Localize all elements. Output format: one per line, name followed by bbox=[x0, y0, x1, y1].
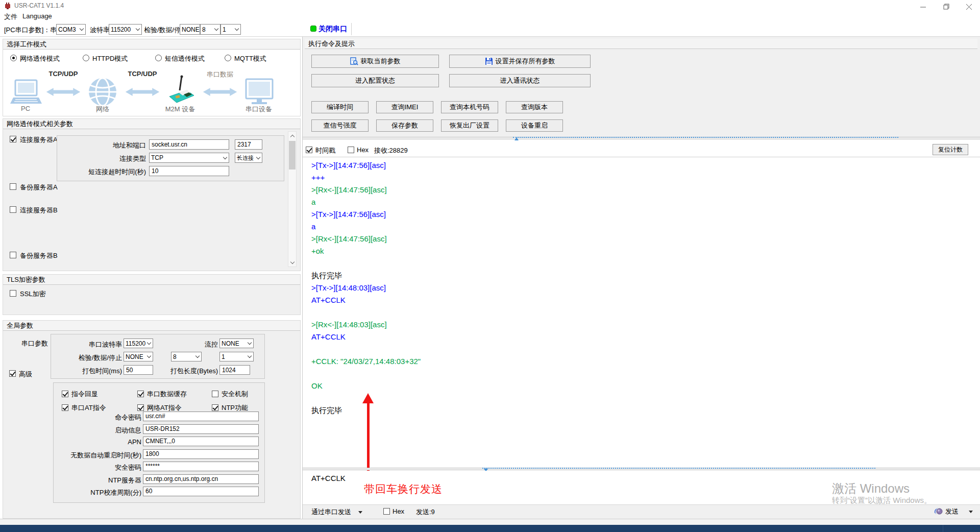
quick-command-button[interactable]: 编译时间 bbox=[311, 101, 369, 113]
send-annotation: 带回车换行发送 bbox=[364, 482, 443, 496]
checkbox-icon bbox=[137, 391, 144, 397]
search-doc-icon bbox=[350, 57, 358, 65]
close-serial-button[interactable]: 关闭串口 bbox=[309, 23, 349, 35]
send-button[interactable]: 发送 bbox=[934, 506, 975, 517]
com-port-select[interactable]: COM3 bbox=[56, 24, 86, 35]
commands-group-title: 执行命令及提示 bbox=[305, 39, 977, 49]
checkbox-icon bbox=[62, 391, 68, 397]
via-serial-button[interactable]: 通过串口发送 bbox=[311, 507, 365, 516]
stopbits-select[interactable]: 1 bbox=[220, 24, 241, 35]
conn-type-select[interactable]: TCP bbox=[149, 153, 229, 163]
server-a-label: 连接服务器A bbox=[20, 135, 58, 144]
splitter-top-handle[interactable] bbox=[513, 137, 898, 141]
field-input[interactable]: 1800 bbox=[143, 449, 259, 459]
server-port-input[interactable]: 2317 bbox=[235, 139, 262, 150]
server-a-checkbox[interactable] bbox=[10, 136, 16, 142]
get-params-button[interactable]: 获取当前参数 bbox=[311, 55, 439, 68]
quick-command-button[interactable]: 恢复出厂设置 bbox=[441, 119, 498, 132]
send-hex-checkbox[interactable] bbox=[383, 508, 390, 515]
quick-command-button[interactable]: 保存参数 bbox=[376, 119, 433, 132]
chevron-down-icon bbox=[145, 352, 153, 361]
timestamp-label: 时间戳 bbox=[315, 146, 335, 155]
packlen-input[interactable]: 1024 bbox=[219, 365, 250, 375]
serial-params-panel: 串口波特率 115200 流控 NONE 检验/数据/停止 NONE 8 1 打… bbox=[51, 334, 265, 379]
log-line bbox=[311, 343, 421, 355]
global-params-group: 全局参数 串口参数 串口波特率 115200 流控 NONE 检验/数据/停止 … bbox=[3, 320, 301, 519]
ssl-checkbox[interactable] bbox=[10, 290, 16, 297]
chevron-down-icon bbox=[78, 25, 85, 34]
timestamp-checkbox[interactable] bbox=[306, 147, 312, 153]
network-globe-icon bbox=[88, 77, 117, 107]
work-mode-group: 选择工作模式 网络透传模式 HTTPD模式 短信透传模式 MQTT模式 bbox=[3, 39, 301, 116]
server-address-input[interactable]: socket.usr.cn bbox=[149, 139, 229, 150]
baud-select[interactable]: 115200 bbox=[109, 24, 142, 35]
log-line: 执行完毕 bbox=[311, 404, 421, 417]
recv-hex-checkbox[interactable] bbox=[348, 147, 354, 153]
packtime-input[interactable]: 50 bbox=[124, 365, 153, 375]
menu-language[interactable]: Language bbox=[22, 12, 52, 20]
quick-command-button[interactable]: 查询IMEI bbox=[376, 101, 433, 113]
option-checkbox-item[interactable]: 安全机制 bbox=[212, 387, 248, 401]
radio-icon bbox=[155, 55, 162, 61]
backup-a-checkbox[interactable] bbox=[10, 183, 16, 190]
log-line: 执行完毕 bbox=[311, 270, 421, 282]
field-input[interactable]: ****** bbox=[143, 462, 259, 471]
flow-select[interactable]: NONE bbox=[219, 338, 254, 348]
field-label: NTP校准周期(分) bbox=[54, 488, 141, 497]
net-params-scrollbar[interactable] bbox=[288, 131, 297, 267]
packtime-label: 打包时间(ms) bbox=[66, 367, 122, 376]
short-timeout-input[interactable]: 10 bbox=[149, 166, 229, 176]
tls-group-title: TLS加密参数 bbox=[3, 275, 300, 285]
g-databits-select[interactable]: 8 bbox=[171, 352, 202, 361]
option-checkbox-item[interactable]: 串口数据缓存 bbox=[137, 387, 212, 401]
backup-b-checkbox[interactable] bbox=[10, 252, 16, 258]
conn-mode-select[interactable]: 长连接 bbox=[235, 153, 262, 163]
menu-file[interactable]: 文件 bbox=[4, 12, 17, 21]
log-line bbox=[311, 368, 421, 380]
set-save-params-button[interactable]: 设置并保存所有参数 bbox=[449, 55, 591, 68]
checkbox-icon bbox=[212, 404, 218, 411]
field-input[interactable]: USR-DR152 bbox=[143, 424, 259, 434]
quick-command-button[interactable]: 查询本机号码 bbox=[441, 101, 498, 113]
option-label: 安全机制 bbox=[222, 390, 248, 399]
radio-label: MQTT模式 bbox=[234, 54, 266, 63]
checkbox-icon bbox=[62, 404, 68, 411]
packlen-label: 打包长度(Bytes) bbox=[159, 367, 218, 376]
enter-config-button[interactable]: 进入配置状态 bbox=[311, 74, 439, 87]
checkbox-icon bbox=[212, 391, 218, 397]
chevron-down-icon bbox=[233, 25, 240, 34]
databits-select[interactable]: 8 bbox=[200, 24, 220, 35]
ssl-label: SSL加密 bbox=[20, 289, 46, 299]
g-baud-select[interactable]: 115200 bbox=[124, 338, 153, 348]
option-label: NTP功能 bbox=[222, 403, 248, 413]
g-parity-select[interactable]: NONE bbox=[124, 352, 153, 361]
option-label: 串口数据缓存 bbox=[147, 390, 187, 399]
advanced-checkbox[interactable] bbox=[9, 370, 16, 377]
titlebar: USR-CAT1 V1.1.4 bbox=[0, 0, 980, 11]
log-line: >[Rx<-][14:47:56][asc] bbox=[311, 184, 421, 196]
field-input[interactable]: usr.cn# bbox=[143, 412, 259, 421]
field-label: 命令密码 bbox=[54, 413, 141, 422]
scroll-up-icon[interactable] bbox=[288, 132, 296, 140]
scroll-down-icon[interactable] bbox=[288, 258, 296, 267]
taskbar bbox=[0, 525, 980, 532]
quick-command-button[interactable]: 查询版本 bbox=[506, 101, 563, 113]
log-line: >[Rx<-][14:48:03][asc] bbox=[311, 319, 421, 331]
advanced-panel: 指令回显 串口数据缓存 安全机制 串口AT指令 网络AT指令 bbox=[53, 382, 265, 503]
dropdown-icon bbox=[358, 511, 362, 514]
reset-count-button[interactable]: 复位计数 bbox=[933, 144, 968, 155]
enter-comm-button[interactable]: 进入通讯状态 bbox=[449, 74, 591, 87]
field-input[interactable]: cn.ntp.org.cn,us.ntp.org.cn bbox=[143, 474, 259, 484]
quick-command-button[interactable]: 查信号强度 bbox=[311, 119, 369, 132]
quick-command-button[interactable]: 设备重启 bbox=[506, 119, 563, 132]
parity-select[interactable]: NONE bbox=[180, 24, 200, 35]
global-params-group-title: 全局参数 bbox=[3, 321, 300, 331]
scrollbar-thumb[interactable] bbox=[289, 141, 296, 170]
option-checkbox-item[interactable]: 指令回显 bbox=[62, 387, 137, 401]
g-stopbits-select[interactable]: 1 bbox=[219, 352, 254, 361]
backup-b-label: 备份服务器B bbox=[20, 251, 58, 260]
field-input[interactable]: 60 bbox=[143, 487, 259, 496]
server-b-checkbox[interactable] bbox=[10, 206, 16, 213]
field-input[interactable]: CMNET,,,0 bbox=[143, 437, 259, 446]
radio-label: 网络透传模式 bbox=[20, 54, 60, 63]
